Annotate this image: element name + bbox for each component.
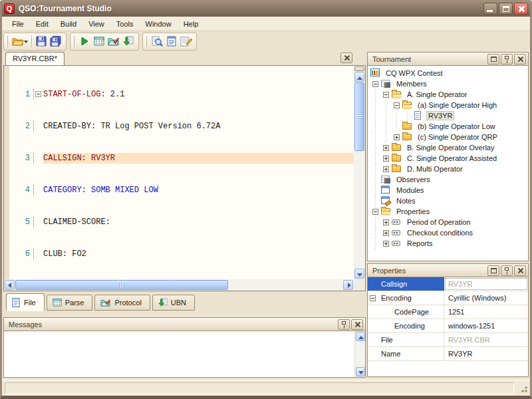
band-grip[interactable] — [72, 36, 74, 47]
property-value[interactable]: 1251 — [444, 305, 528, 319]
split-handle[interactable] — [354, 66, 364, 71]
property-value[interactable]: RV3YR — [444, 347, 528, 360]
editor-line[interactable]: 4CATEGORY: SOMB MIXED LOW — [4, 185, 354, 196]
report-button[interactable] — [164, 34, 179, 49]
scroll-up-button[interactable] — [354, 72, 364, 82]
messages-scrollbar[interactable] — [354, 331, 365, 377]
editor-line[interactable]: 3CALLSIGN: RV3YR — [4, 153, 354, 164]
messages-body[interactable] — [3, 331, 366, 378]
maximize-button[interactable] — [499, 3, 513, 15]
tab-protocol[interactable]: Protocol — [94, 295, 150, 311]
menu-build[interactable]: Build — [55, 18, 82, 30]
scroll-thumb[interactable] — [15, 280, 228, 290]
tree-item-members[interactable]: Members — [368, 78, 528, 89]
band-grip[interactable] — [6, 36, 8, 47]
property-row-name[interactable]: Name RV3YR — [368, 347, 528, 361]
tree-item-reports[interactable]: Reports — [368, 238, 528, 249]
code-editor[interactable]: 1START-OF-LOG: 2.1 2CREATED-BY: TR Log P… — [3, 65, 366, 291]
property-row-callsign[interactable]: Callsign RV3YR — [368, 277, 528, 291]
preview-button[interactable] — [150, 34, 164, 49]
tree-item-single-operator-low[interactable]: (b) Single Operator Low — [368, 121, 528, 132]
expand-icon[interactable] — [383, 219, 389, 225]
save-all-button[interactable] — [49, 34, 63, 49]
messages-header[interactable]: Messages — [3, 317, 366, 331]
property-value[interactable]: RV3YR — [444, 277, 528, 291]
scroll-left-button[interactable] — [5, 280, 15, 290]
menu-help[interactable]: Help — [178, 18, 205, 30]
float-button[interactable] — [487, 265, 499, 276]
property-value[interactable]: RV3YR.CBR — [444, 333, 528, 346]
expand-icon[interactable] — [383, 241, 389, 247]
expand-icon[interactable] — [394, 134, 400, 140]
tree-item-single-operator-overlay[interactable]: B. Single Operator Overlay — [368, 142, 528, 153]
tree-item-modules[interactable]: Modules — [368, 185, 528, 196]
property-row-encoding[interactable]: Encoding windows-1251 — [368, 319, 528, 333]
editor-horizontal-scrollbar[interactable] — [4, 279, 354, 291]
pin-button[interactable] — [501, 265, 513, 276]
close-panel-button[interactable] — [351, 319, 363, 330]
expand-icon[interactable] — [383, 166, 389, 172]
tournament-header[interactable]: Tournament — [367, 52, 529, 66]
property-value[interactable]: Cyrillic (Windows) — [444, 291, 528, 305]
collapse-icon[interactable] — [394, 102, 400, 108]
tab-parse[interactable]: Parse — [47, 295, 93, 311]
property-row-codepage[interactable]: CodePage 1251 — [368, 305, 528, 319]
expand-icon[interactable] — [383, 145, 389, 151]
tree-item-observers[interactable]: Observers — [368, 174, 528, 185]
collapse-icon[interactable] — [383, 92, 389, 98]
tree-item-single-operator-high[interactable]: (a) Single Operator High — [368, 100, 528, 110]
menu-tools[interactable]: Tools — [110, 18, 140, 30]
float-button[interactable] — [487, 54, 499, 65]
tree-item-rv3yr[interactable]: RV3YR — [368, 110, 528, 121]
protocol-button[interactable] — [106, 34, 121, 49]
close-panel-button[interactable] — [514, 265, 526, 276]
parse-button[interactable] — [92, 34, 106, 49]
editor-line[interactable]: 6CLUB: FO2 — [4, 249, 354, 259]
scroll-down-button[interactable] — [354, 269, 364, 279]
minimize-button[interactable] — [483, 3, 497, 15]
open-dropdown-chevron-icon[interactable] — [24, 41, 28, 45]
pin-button[interactable] — [501, 54, 513, 65]
editor-tab-rv3yr[interactable]: RV3YR.CBR* — [5, 52, 65, 65]
scroll-thumb[interactable] — [354, 82, 364, 151]
tree-item-properties[interactable]: Properties — [368, 206, 528, 217]
properties-header[interactable]: Properties — [367, 263, 529, 277]
menu-window[interactable]: Window — [140, 18, 178, 30]
tab-ubn[interactable]: UBN — [152, 295, 195, 311]
tree-item-single-operator-assisted[interactable]: C. Single Operator Assisted — [368, 153, 528, 164]
run-button[interactable] — [77, 34, 92, 49]
tree-item-single-operator-qrp[interactable]: (c) Single Operator QRP — [368, 132, 528, 142]
scroll-right-button[interactable] — [343, 280, 353, 290]
editor-line[interactable]: 1START-OF-LOG: 2.1 — [4, 89, 354, 100]
band-grip[interactable] — [145, 36, 147, 47]
collapse-icon[interactable] — [370, 295, 376, 301]
open-folder-button[interactable] — [11, 34, 25, 49]
scroll-up-button[interactable] — [356, 332, 365, 341]
tab-file[interactable]: File — [6, 293, 45, 311]
editor-line[interactable]: 2CREATED-BY: TR Log POST Version 6.72A — [4, 121, 354, 132]
expand-icon[interactable] — [383, 230, 389, 236]
tree-item-single-operator[interactable]: A. Single Operator — [368, 89, 528, 100]
editor-close-button[interactable] — [340, 53, 352, 63]
fold-collapse-icon[interactable] — [35, 91, 41, 97]
properties-grid[interactable]: Callsign RV3YR Encoding Cyrillic (Window… — [367, 277, 529, 377]
tree-item-period-of-operation[interactable]: Period of Operation — [368, 217, 528, 227]
scroll-down-button[interactable] — [356, 367, 365, 376]
save-button[interactable] — [34, 34, 49, 49]
close-button[interactable] — [514, 3, 528, 15]
close-panel-button[interactable] — [514, 54, 526, 65]
tree-item-contest[interactable]: CQ WPX Contest — [368, 68, 528, 78]
pin-button[interactable] — [338, 319, 350, 330]
tournament-tree[interactable]: CQ WPX Contest Members A. Single Operato… — [367, 66, 529, 261]
properties-button[interactable] — [179, 34, 194, 49]
collapse-icon[interactable] — [372, 81, 378, 87]
property-value[interactable]: windows-1251 — [444, 319, 528, 332]
editor-vertical-scrollbar[interactable] — [354, 66, 365, 279]
title-bar[interactable]: Q QSO:Tournament Studio — [2, 0, 530, 17]
menu-edit[interactable]: Edit — [30, 18, 55, 30]
tree-item-notes[interactable]: Notes — [368, 196, 528, 206]
menu-view[interactable]: View — [82, 18, 110, 30]
property-row-file[interactable]: File RV3YR.CBR — [368, 333, 528, 347]
collapse-icon[interactable] — [372, 209, 378, 215]
tree-item-multi-operator[interactable]: D. Multi Operator — [368, 164, 528, 174]
